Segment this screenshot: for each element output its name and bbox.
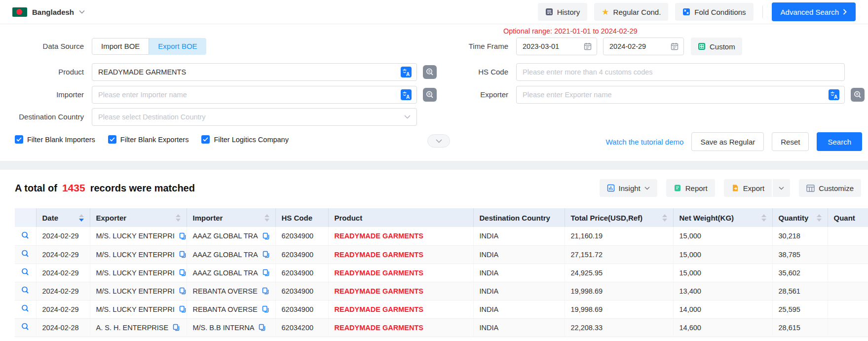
form-actions: Watch the tutorial demo Save as Regular …	[606, 132, 862, 151]
data-source-tabs: Import BOE Export BOE	[92, 38, 206, 55]
export-dropdown-button[interactable]	[773, 179, 790, 197]
sort-icon[interactable]	[813, 214, 822, 222]
quantity-cell: 38,785	[772, 245, 828, 264]
net-weight-cell: 14,600	[673, 318, 772, 337]
customize-icon	[806, 185, 815, 192]
copy-icon[interactable]	[262, 305, 269, 313]
bangladesh-flag-icon	[12, 7, 27, 17]
checkbox-filter-blank-exporters[interactable]: Filter Blank Exporters	[108, 135, 189, 144]
translate-icon[interactable]: A	[401, 89, 412, 100]
copy-icon[interactable]	[263, 251, 269, 258]
col-net-weight[interactable]: Net Weight(KG)	[673, 208, 772, 227]
export-button[interactable]: Export	[724, 179, 772, 197]
copy-icon[interactable]	[179, 269, 186, 276]
svg-text:A: A	[406, 72, 410, 77]
filter-checkboxes: Filter Blank Importers Filter Blank Expo…	[15, 135, 289, 144]
regular-cond-button[interactable]: ★ Regular Cond.	[594, 3, 668, 21]
copy-icon[interactable]	[263, 269, 269, 276]
view-detail-icon[interactable]	[21, 304, 30, 313]
col-row-detail	[15, 208, 36, 227]
fold-conditions-button[interactable]: Fold Conditions	[675, 3, 753, 21]
save-as-regular-button[interactable]: Save as Regular	[691, 132, 764, 151]
col-date[interactable]: Date	[36, 208, 90, 227]
checkbox-checked-icon	[201, 135, 210, 144]
date-cell: 2024-02-29	[36, 245, 90, 264]
svg-text:A: A	[834, 94, 837, 100]
search-form: Optional range: 2021-01-01 to 2024-02-29…	[0, 25, 868, 161]
destination-cell: INDIA	[473, 245, 565, 264]
fuzzy-match-icon[interactable]	[851, 88, 865, 102]
divider	[762, 5, 763, 18]
translate-icon[interactable]: A	[829, 89, 839, 100]
view-detail-icon[interactable]	[21, 322, 30, 331]
customize-button[interactable]: Customize	[799, 179, 861, 197]
date-start-input[interactable]: 2023-03-01	[516, 38, 597, 55]
copy-icon[interactable]	[259, 324, 265, 331]
tutorial-link[interactable]: Watch the tutorial demo	[606, 138, 684, 146]
net-weight-cell: 15,000	[673, 245, 772, 264]
quantity-unit-cell	[828, 245, 868, 264]
row-detail-cell	[15, 227, 36, 245]
tab-import-boe[interactable]: Import BOE	[92, 38, 149, 55]
sort-icon[interactable]	[757, 214, 766, 222]
view-detail-icon[interactable]	[21, 231, 30, 240]
sort-icon[interactable]	[75, 214, 84, 222]
copy-icon[interactable]	[262, 287, 269, 295]
copy-icon[interactable]	[179, 232, 186, 240]
history-icon	[545, 8, 553, 16]
col-total-price[interactable]: Total Price(USD,Ref)	[565, 208, 673, 227]
reset-button[interactable]: Reset	[772, 132, 809, 151]
exporter-input[interactable]	[516, 86, 845, 104]
country-selector[interactable]: Bangladesh	[12, 7, 85, 17]
total-price-cell: 24,925.95	[565, 264, 673, 282]
quantity-unit-cell	[828, 227, 868, 245]
exporter-cell: M/S. LUCKY ENTERPRI	[90, 227, 187, 245]
sort-icon[interactable]	[658, 214, 667, 222]
star-icon: ★	[602, 8, 609, 16]
form-row-datasource: Data Source Import BOE Export BOE Time F…	[0, 38, 868, 55]
checkbox-filter-blank-importers[interactable]: Filter Blank Importers	[15, 135, 95, 144]
advanced-search-button[interactable]: Advanced Search	[772, 2, 856, 21]
table-body: 2024-02-29 M/S. LUCKY ENTERPRI AAAZ GLOB…	[15, 227, 868, 337]
view-detail-icon[interactable]	[21, 286, 30, 295]
quantity-cell: 35,602	[772, 264, 828, 282]
sort-icon[interactable]	[261, 214, 269, 222]
copy-icon[interactable]	[173, 324, 180, 331]
destination-cell: INDIA	[473, 318, 565, 337]
view-detail-icon[interactable]	[21, 249, 30, 258]
tab-export-boe[interactable]: Export BOE	[149, 38, 206, 55]
history-button[interactable]: History	[538, 3, 588, 21]
col-hs-code: HS Code	[275, 208, 328, 227]
importer-input[interactable]	[92, 86, 417, 104]
insight-button[interactable]: Insight	[600, 179, 657, 197]
expand-conditions-button[interactable]	[427, 134, 450, 148]
col-exporter[interactable]: Exporter	[90, 208, 187, 227]
report-button[interactable]: Report	[666, 179, 715, 197]
col-quantity[interactable]: Quantity	[772, 208, 828, 227]
hs-code-cell: 62034900	[275, 264, 328, 282]
export-icon	[731, 184, 739, 192]
checkbox-filter-logitics-company[interactable]: Filter Logitics Company	[201, 135, 289, 144]
destination-cell: INDIA	[473, 227, 565, 245]
product-input[interactable]	[92, 63, 417, 81]
col-importer[interactable]: Importer	[187, 208, 275, 227]
translate-icon[interactable]: A	[401, 67, 412, 77]
total-price-cell: 19,998.69	[565, 300, 673, 318]
results-actions: Insight Report Export	[600, 179, 861, 197]
hs-code-cell: 62034200	[275, 318, 328, 337]
view-detail-icon[interactable]	[21, 267, 30, 276]
svg-text:A: A	[406, 94, 410, 100]
copy-icon[interactable]	[263, 232, 269, 240]
copy-icon[interactable]	[179, 287, 186, 295]
destination-select[interactable]: Please select Destination Country	[92, 108, 417, 126]
date-end-input[interactable]: 2024-02-29	[603, 38, 684, 55]
search-button[interactable]: Search	[817, 132, 862, 151]
results-summary: A total of 1435 records were matched	[15, 182, 195, 194]
copy-icon[interactable]	[179, 251, 186, 258]
sort-icon[interactable]	[172, 214, 181, 222]
custom-range-button[interactable]: Custom	[691, 38, 742, 55]
quantity-cell: 28,615	[772, 318, 828, 337]
quantity-cell: 28,561	[772, 282, 828, 300]
hs-code-input[interactable]	[516, 63, 845, 81]
copy-icon[interactable]	[179, 305, 186, 313]
